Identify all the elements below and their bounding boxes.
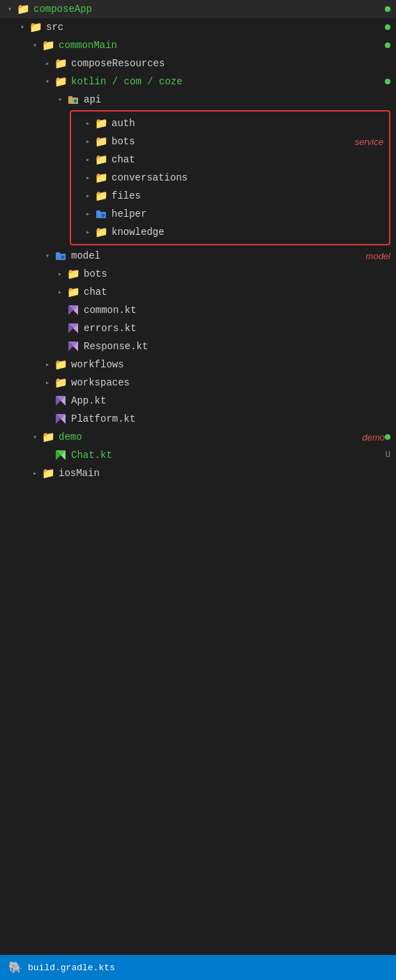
label-app-kt: App.kt	[71, 395, 390, 406]
untracked-badge-chat-kt: U	[386, 450, 390, 460]
chevron-auth	[82, 118, 93, 129]
label-bots: bots	[112, 136, 349, 147]
folder-green-icon-demo: 📁	[42, 431, 54, 443]
kotlin-icon-errors	[67, 322, 79, 335]
chevron-api	[54, 94, 66, 105]
svg-rect-4	[96, 210, 100, 213]
folder-icon-iosMain: 📁	[42, 467, 54, 480]
tree-item-demo[interactable]: 📁 demo demo	[0, 428, 396, 446]
folder-icon-auth: 📁	[95, 117, 107, 130]
folder-green-icon2: 📁	[54, 75, 67, 88]
tree-item-knowledge[interactable]: 📁 knowledge	[71, 223, 389, 241]
label-workspaces: workspaces	[71, 377, 390, 388]
chevron-files	[82, 190, 93, 201]
label-platform-kt: Platform.kt	[71, 413, 390, 424]
folder-icon-workspaces: 📁	[54, 376, 67, 389]
folder-gear-icon-model	[54, 250, 67, 262]
annotation-model: model	[366, 251, 390, 261]
tree-item-kotlin-com-coze[interactable]: 📁 kotlin / com / coze	[0, 72, 396, 91]
tree-item-conversations[interactable]: 📁 conversations	[71, 169, 389, 187]
status-dot-composeApp	[385, 6, 390, 12]
chevron-model-bots	[54, 268, 66, 280]
kotlin-icon-response	[67, 340, 79, 353]
folder-src-icon: 📁	[17, 3, 29, 15]
folder-icon-workflows: 📁	[54, 358, 67, 371]
tree-item-commonMain[interactable]: 📁 commonMain	[0, 36, 396, 54]
chevron-commonMain	[29, 40, 40, 51]
tree-item-iosMain[interactable]: 📁 iosMain	[0, 464, 396, 482]
tree-item-api[interactable]: api	[0, 91, 396, 109]
tree-item-bots[interactable]: 📁 bots service	[71, 132, 389, 151]
folder-gear-icon-helper	[95, 208, 107, 220]
chevron-demo	[29, 431, 40, 443]
chevron-helper	[82, 208, 93, 220]
chevron-conversations	[82, 172, 93, 183]
bottom-bar-label: build.gradle.kts	[28, 963, 115, 973]
folder-icon-chat: 📁	[95, 153, 107, 166]
label-api: api	[84, 94, 390, 105]
label-kotlin-com-coze: kotlin / com / coze	[71, 76, 385, 87]
tree-item-errors-kt[interactable]: errors.kt	[0, 319, 396, 337]
status-dot-demo	[385, 434, 390, 440]
chevron-composeApp	[4, 3, 15, 15]
folder-icon-conversations: 📁	[95, 171, 107, 184]
tree-item-helper[interactable]: helper	[71, 205, 389, 223]
annotation-demo: demo	[362, 432, 385, 443]
label-model-chat: chat	[84, 286, 390, 298]
tree-item-app-kt[interactable]: App.kt	[0, 392, 396, 410]
tree-item-model-chat[interactable]: 📁 chat	[0, 283, 396, 301]
tree-item-model-bots[interactable]: 📁 bots	[0, 265, 396, 283]
folder-icon-files: 📁	[95, 190, 107, 202]
tree-item-chat-kt[interactable]: Chat.kt U	[0, 446, 396, 464]
tree-item-common-kt[interactable]: common.kt	[0, 301, 396, 319]
label-commonMain: commonMain	[59, 40, 385, 51]
tree-item-composeResources[interactable]: 📁 composeResources	[0, 54, 396, 72]
folder-green-icon: 📁	[42, 39, 54, 52]
tree-item-response-kt[interactable]: Response.kt	[0, 337, 396, 355]
kotlin-icon-app	[54, 395, 67, 407]
folder-gear-icon-api	[67, 93, 79, 106]
label-chat-kt: Chat.kt	[71, 450, 381, 461]
kotlin-icon-chat	[54, 449, 67, 461]
status-dot-src	[385, 24, 390, 30]
label-iosMain: iosMain	[59, 468, 390, 479]
tree-item-auth[interactable]: 📁 auth	[71, 114, 389, 132]
chevron-iosMain	[29, 468, 40, 479]
status-dot-kotlin	[385, 79, 390, 84]
status-dot-commonMain	[385, 43, 390, 48]
kotlin-icon-platform	[54, 413, 67, 425]
file-tree: 📁 composeApp 📁 src 📁 commonMain 📁 compos…	[0, 0, 396, 510]
tree-item-composeApp[interactable]: 📁 composeApp	[0, 0, 396, 18]
folder-src-icon2: 📁	[29, 21, 42, 33]
tree-item-src[interactable]: 📁 src	[0, 18, 396, 36]
label-composeApp: composeApp	[33, 3, 385, 15]
annotation-service: service	[355, 137, 383, 147]
chevron-workflows	[42, 359, 53, 370]
chevron-model-chat	[54, 286, 66, 298]
chevron-model	[42, 250, 53, 261]
chevron-src	[17, 22, 28, 33]
tree-item-workflows[interactable]: 📁 workflows	[0, 355, 396, 374]
label-helper: helper	[112, 208, 383, 220]
tree-item-model[interactable]: model model	[0, 247, 396, 265]
label-auth: auth	[112, 118, 383, 129]
label-workflows: workflows	[71, 359, 390, 370]
label-files: files	[112, 190, 383, 201]
tree-item-platform-kt[interactable]: Platform.kt	[0, 410, 396, 428]
folder-icon-model-chat: 📁	[67, 286, 79, 298]
folder-icon-model-bots: 📁	[67, 268, 79, 280]
folder-icon-composeResources: 📁	[54, 57, 67, 70]
label-response-kt: Response.kt	[84, 341, 390, 352]
label-src: src	[46, 22, 385, 33]
label-composeResources: composeResources	[71, 58, 390, 69]
svg-rect-1	[68, 96, 73, 98]
chevron-knowledge	[82, 227, 93, 238]
kotlin-icon-common	[67, 304, 79, 316]
tree-item-workspaces[interactable]: 📁 workspaces	[0, 374, 396, 392]
bottom-bar: 🐘 build.gradle.kts	[0, 955, 396, 980]
tree-item-chat[interactable]: 📁 chat	[71, 151, 389, 169]
chevron-chat	[82, 154, 93, 165]
tree-item-files[interactable]: 📁 files	[71, 187, 389, 205]
label-conversations: conversations	[112, 172, 383, 183]
label-demo: demo	[59, 431, 356, 443]
